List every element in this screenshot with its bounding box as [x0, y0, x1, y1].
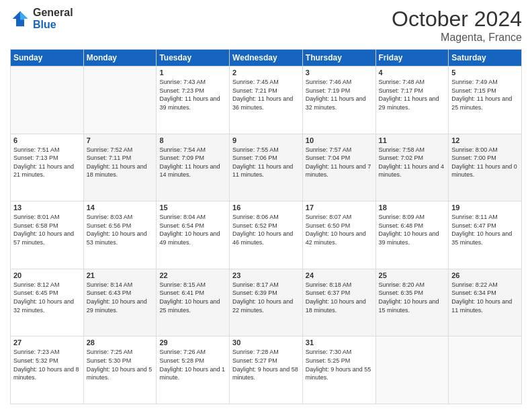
sunset-text: Sunset: 7:06 PM — [232, 154, 277, 161]
sunset-text: Sunset: 5:30 PM — [87, 357, 132, 364]
col-saturday: Saturday — [449, 50, 522, 66]
day-number: 6 — [13, 136, 81, 144]
table-row: 26 Sunrise: 8:22 AM Sunset: 6:34 PM Dayl… — [449, 269, 522, 336]
day-number: 1 — [159, 68, 226, 77]
day-number: 22 — [159, 271, 226, 279]
sunrise-text: Sunrise: 8:17 AM — [232, 281, 279, 288]
sunset-text: Sunset: 6:48 PM — [379, 222, 424, 229]
day-info: Sunrise: 8:07 AM Sunset: 6:50 PM Dayligh… — [306, 213, 373, 246]
sunrise-text: Sunrise: 8:20 AM — [379, 281, 425, 288]
day-number: 2 — [232, 68, 300, 77]
day-number: 3 — [306, 68, 373, 77]
table-row: 20 Sunrise: 8:12 AM Sunset: 6:45 PM Dayl… — [11, 269, 84, 336]
sunrise-text: Sunrise: 8:03 AM — [87, 214, 133, 220]
table-row: 28 Sunrise: 7:25 AM Sunset: 5:30 PM Dayl… — [83, 336, 157, 404]
sunset-text: Sunset: 6:35 PM — [379, 289, 424, 296]
sunrise-text: Sunrise: 7:30 AM — [306, 349, 352, 355]
table-row: 9 Sunrise: 7:55 AM Sunset: 7:06 PM Dayli… — [230, 134, 303, 201]
daylight-text: Daylight: 10 hours and 11 minutes. — [451, 298, 512, 314]
sunrise-text: Sunrise: 7:26 AM — [159, 349, 206, 355]
day-number: 11 — [379, 136, 446, 144]
day-info: Sunrise: 7:48 AM Sunset: 7:17 PM Dayligh… — [379, 78, 446, 111]
day-number: 9 — [232, 136, 300, 144]
day-info: Sunrise: 8:03 AM Sunset: 6:56 PM Dayligh… — [87, 213, 154, 246]
logo-icon — [10, 9, 30, 29]
sunrise-text: Sunrise: 7:28 AM — [232, 349, 279, 355]
table-row: 1 Sunrise: 7:43 AM Sunset: 7:23 PM Dayli… — [157, 66, 230, 134]
sunrise-text: Sunrise: 7:23 AM — [13, 349, 60, 355]
daylight-text: Daylight: 9 hours and 55 minutes. — [306, 366, 371, 381]
day-info: Sunrise: 7:52 AM Sunset: 7:11 PM Dayligh… — [87, 146, 154, 179]
sunrise-text: Sunrise: 8:14 AM — [87, 281, 133, 288]
col-friday: Friday — [375, 50, 449, 66]
day-number: 17 — [306, 203, 373, 212]
sunrise-text: Sunrise: 8:06 AM — [232, 214, 279, 220]
sunrise-text: Sunrise: 8:18 AM — [306, 281, 352, 288]
sunset-text: Sunset: 7:13 PM — [13, 154, 58, 161]
table-row: 8 Sunrise: 7:54 AM Sunset: 7:09 PM Dayli… — [157, 134, 230, 201]
day-info: Sunrise: 8:14 AM Sunset: 6:43 PM Dayligh… — [87, 281, 154, 314]
table-row — [83, 66, 157, 134]
sunset-text: Sunset: 7:02 PM — [379, 154, 424, 161]
day-number: 10 — [306, 136, 373, 144]
daylight-text: Daylight: 11 hours and 11 minutes. — [232, 163, 293, 179]
sunset-text: Sunset: 6:54 PM — [159, 222, 204, 229]
daylight-text: Daylight: 11 hours and 39 minutes. — [159, 95, 220, 111]
month-title: October 2024 — [392, 7, 522, 32]
daylight-text: Daylight: 10 hours and 57 minutes. — [13, 230, 74, 246]
day-info: Sunrise: 8:12 AM Sunset: 6:45 PM Dayligh… — [13, 281, 81, 314]
daylight-text: Daylight: 11 hours and 18 minutes. — [87, 163, 147, 179]
daylight-text: Daylight: 10 hours and 1 minute. — [159, 366, 225, 381]
sunset-text: Sunset: 6:58 PM — [13, 222, 58, 229]
sunset-text: Sunset: 6:39 PM — [232, 289, 277, 296]
daylight-text: Daylight: 10 hours and 18 minutes. — [306, 298, 366, 314]
day-info: Sunrise: 8:04 AM Sunset: 6:54 PM Dayligh… — [159, 213, 226, 246]
day-info: Sunrise: 8:00 AM Sunset: 7:00 PM Dayligh… — [451, 146, 519, 179]
sunrise-text: Sunrise: 7:46 AM — [306, 79, 352, 85]
daylight-text: Daylight: 10 hours and 29 minutes. — [87, 298, 147, 314]
table-row: 11 Sunrise: 7:58 AM Sunset: 7:02 PM Dayl… — [375, 134, 449, 201]
day-info: Sunrise: 7:57 AM Sunset: 7:04 PM Dayligh… — [306, 146, 373, 179]
sunrise-text: Sunrise: 7:49 AM — [451, 79, 498, 85]
table-row: 4 Sunrise: 7:48 AM Sunset: 7:17 PM Dayli… — [375, 66, 449, 134]
sunset-text: Sunset: 5:25 PM — [306, 357, 351, 364]
table-row: 6 Sunrise: 7:51 AM Sunset: 7:13 PM Dayli… — [11, 134, 84, 201]
sunrise-text: Sunrise: 8:22 AM — [451, 281, 498, 288]
sunset-text: Sunset: 7:04 PM — [306, 154, 351, 161]
sunrise-text: Sunrise: 8:04 AM — [159, 214, 206, 220]
sunset-text: Sunset: 7:00 PM — [451, 154, 496, 161]
day-info: Sunrise: 7:25 AM Sunset: 5:30 PM Dayligh… — [87, 348, 154, 381]
day-number: 29 — [159, 338, 226, 347]
day-info: Sunrise: 8:09 AM Sunset: 6:48 PM Dayligh… — [379, 213, 446, 246]
col-thursday: Thursday — [302, 50, 375, 66]
daylight-text: Daylight: 11 hours and 7 minutes. — [306, 163, 371, 179]
day-info: Sunrise: 8:01 AM Sunset: 6:58 PM Dayligh… — [13, 213, 81, 246]
col-sunday: Sunday — [11, 50, 84, 66]
table-row: 23 Sunrise: 8:17 AM Sunset: 6:39 PM Dayl… — [230, 269, 303, 336]
day-info: Sunrise: 7:45 AM Sunset: 7:21 PM Dayligh… — [232, 78, 300, 111]
sunrise-text: Sunrise: 7:43 AM — [159, 79, 206, 85]
sunrise-text: Sunrise: 8:15 AM — [159, 281, 206, 288]
sunset-text: Sunset: 6:34 PM — [451, 289, 496, 296]
sunset-text: Sunset: 6:50 PM — [306, 222, 351, 229]
day-info: Sunrise: 8:06 AM Sunset: 6:52 PM Dayligh… — [232, 213, 300, 246]
table-row: 13 Sunrise: 8:01 AM Sunset: 6:58 PM Dayl… — [11, 201, 84, 269]
daylight-text: Daylight: 10 hours and 39 minutes. — [379, 230, 439, 246]
table-row: 12 Sunrise: 8:00 AM Sunset: 7:00 PM Dayl… — [449, 134, 522, 201]
sunset-text: Sunset: 6:45 PM — [13, 289, 58, 296]
day-info: Sunrise: 8:20 AM Sunset: 6:35 PM Dayligh… — [379, 281, 446, 314]
daylight-text: Daylight: 10 hours and 15 minutes. — [379, 298, 439, 314]
table-row: 15 Sunrise: 8:04 AM Sunset: 6:54 PM Dayl… — [157, 201, 230, 269]
day-number: 15 — [159, 203, 226, 212]
table-row: 16 Sunrise: 8:06 AM Sunset: 6:52 PM Dayl… — [230, 201, 303, 269]
sunrise-text: Sunrise: 7:58 AM — [379, 146, 425, 153]
day-number: 30 — [232, 338, 300, 347]
daylight-text: Daylight: 10 hours and 8 minutes. — [13, 366, 79, 381]
sunset-text: Sunset: 6:52 PM — [232, 222, 277, 229]
col-monday: Monday — [83, 50, 157, 66]
calendar-week-row: 20 Sunrise: 8:12 AM Sunset: 6:45 PM Dayl… — [11, 269, 522, 336]
table-row: 10 Sunrise: 7:57 AM Sunset: 7:04 PM Dayl… — [302, 134, 375, 201]
sunset-text: Sunset: 5:27 PM — [232, 357, 277, 364]
table-row: 27 Sunrise: 7:23 AM Sunset: 5:32 PM Dayl… — [11, 336, 84, 404]
title-block: October 2024 Magenta, France — [392, 7, 522, 44]
